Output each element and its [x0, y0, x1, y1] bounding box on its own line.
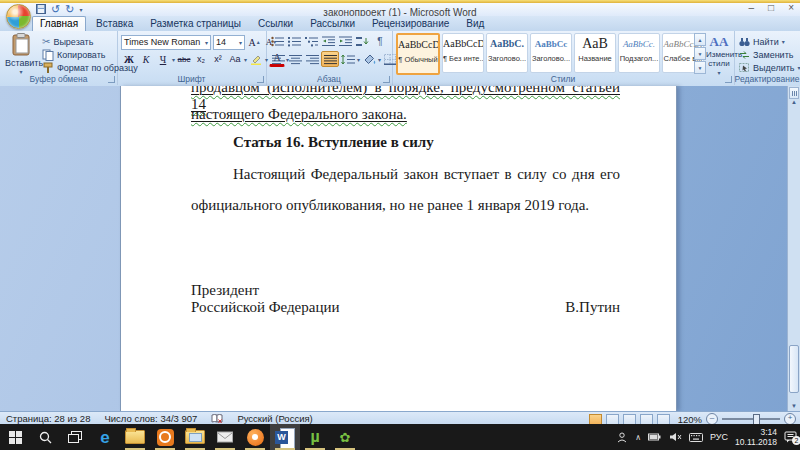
- line-spacing-icon[interactable]: [340, 52, 356, 66]
- scroll-up-icon[interactable]: ▲: [788, 99, 800, 105]
- font-name-combo[interactable]: Times New Roman▾: [121, 35, 211, 50]
- document-page[interactable]: продавцом (исполнителем) в порядке, пред…: [120, 86, 677, 411]
- zoom-level[interactable]: 120%: [678, 414, 702, 425]
- taskbar-word-active[interactable]: W: [270, 424, 300, 450]
- shading-icon[interactable]: [361, 52, 377, 66]
- align-center-icon[interactable]: [287, 52, 303, 66]
- font-dialog-launcher[interactable]: [257, 76, 264, 83]
- language-indicator[interactable]: Русский (Россия): [237, 413, 312, 424]
- orange-ball-icon: [247, 429, 264, 446]
- select-button[interactable]: Выделить▾: [739, 61, 800, 74]
- undo-icon[interactable]: ↺: [51, 4, 60, 14]
- styles-scroll-up-icon[interactable]: ▲: [694, 33, 706, 46]
- subscript-button[interactable]: x₂: [193, 51, 209, 67]
- replace-button[interactable]: Заменить: [739, 48, 800, 61]
- bullets-icon[interactable]: [270, 34, 286, 48]
- tab-page-layout[interactable]: Разметка страницы: [143, 16, 248, 31]
- superscript-button[interactable]: x²: [210, 51, 226, 67]
- office-button[interactable]: [6, 4, 31, 29]
- touch-keyboard-icon[interactable]: [689, 433, 703, 442]
- word-count[interactable]: Число слов: 34/3 907: [104, 413, 197, 424]
- view-print-layout-button[interactable]: [589, 414, 602, 425]
- styles-dialog-launcher[interactable]: [725, 76, 732, 83]
- decrease-indent-icon[interactable]: [321, 34, 337, 48]
- tab-view[interactable]: Вид: [459, 16, 491, 31]
- zoom-slider[interactable]: [722, 418, 780, 420]
- font-group-label: Шрифт: [117, 74, 266, 84]
- ruler-toggle-button[interactable]: [789, 87, 799, 99]
- scrollbar-thumb[interactable]: [789, 345, 799, 393]
- qat-dropdown-icon[interactable]: ▾: [79, 6, 82, 13]
- taskbar-icq[interactable]: ✿: [330, 424, 360, 450]
- taskbar-mail[interactable]: [210, 424, 240, 450]
- pilcrow-icon[interactable]: ¶: [372, 34, 388, 48]
- tab-mailings[interactable]: Рассылки: [303, 16, 362, 31]
- people-icon[interactable]: [616, 432, 628, 443]
- style-no-spacing[interactable]: AaBbCcDc ¶ Без инте...: [442, 33, 484, 73]
- shading-dropdown-icon[interactable]: ▾: [378, 56, 381, 63]
- taskbar-edge[interactable]: e: [90, 424, 120, 450]
- tab-references[interactable]: Ссылки: [251, 16, 300, 31]
- clipboard-dialog-launcher[interactable]: [108, 76, 115, 83]
- vertical-scrollbar[interactable]: ▲ ▼: [787, 86, 800, 411]
- start-button[interactable]: [0, 424, 30, 450]
- tab-home[interactable]: Главная: [32, 16, 86, 31]
- underline-button[interactable]: Ч: [155, 51, 171, 67]
- increase-indent-icon[interactable]: [338, 34, 354, 48]
- minimize-button[interactable]: –: [749, 3, 755, 13]
- justify-icon[interactable]: [321, 51, 339, 67]
- style-subtitle[interactable]: AaBbCc. Подзагол...: [618, 33, 660, 73]
- underline-dropdown-icon[interactable]: ▾: [172, 56, 175, 63]
- view-outline-button[interactable]: [640, 414, 653, 425]
- style-heading2[interactable]: AaBbCc Заголово...: [530, 33, 572, 73]
- taskbar-app-ball[interactable]: [240, 424, 270, 450]
- strikethrough-button[interactable]: abc: [176, 51, 192, 67]
- tab-review[interactable]: Рецензирование: [365, 16, 456, 31]
- proofing-error-icon[interactable]: [211, 414, 223, 424]
- scroll-down-icon[interactable]: ▼: [788, 403, 800, 409]
- save-icon[interactable]: [36, 4, 46, 14]
- page-indicator[interactable]: Страница: 28 из 28: [6, 413, 90, 424]
- maximize-button[interactable]: □: [768, 3, 774, 13]
- italic-button[interactable]: К: [138, 51, 154, 67]
- paste-button[interactable]: Вставить ▾: [5, 33, 37, 75]
- hidden-icons-chevron[interactable]: ∧: [635, 433, 641, 442]
- taskbar-documents-folder[interactable]: [180, 424, 210, 450]
- styles-gallery-more-icon[interactable]: ▼: [694, 61, 706, 74]
- align-right-icon[interactable]: [304, 52, 320, 66]
- taskbar-utorrent[interactable]: µ: [300, 424, 330, 450]
- paragraph-dialog-launcher[interactable]: [383, 76, 390, 83]
- grow-font-button[interactable]: А▲: [247, 34, 262, 50]
- sort-icon[interactable]: [355, 34, 371, 48]
- taskbar-search-button[interactable]: [30, 424, 60, 450]
- bold-button[interactable]: Ж: [121, 51, 137, 67]
- find-button[interactable]: Найти▾: [739, 35, 800, 48]
- multilevel-list-icon[interactable]: [304, 34, 320, 48]
- view-web-layout-button[interactable]: [623, 414, 636, 425]
- close-button[interactable]: ×: [788, 3, 794, 13]
- align-left-icon[interactable]: [270, 52, 286, 66]
- task-view-button[interactable]: [60, 424, 90, 450]
- change-case-dropdown-icon[interactable]: ▾: [244, 56, 247, 63]
- numbering-icon[interactable]: [287, 34, 303, 48]
- highlight-button[interactable]: [248, 51, 264, 67]
- action-center-button[interactable]: 2: [784, 431, 797, 443]
- taskbar-file-explorer[interactable]: [120, 424, 150, 450]
- battery-icon[interactable]: [648, 433, 662, 441]
- change-styles-button[interactable]: АА Изменить стили ▾: [706, 34, 732, 78]
- taskbar-app-orange[interactable]: [150, 424, 180, 450]
- volume-muted-icon[interactable]: [669, 432, 682, 442]
- style-heading1[interactable]: AaBbC. Заголово...: [486, 33, 528, 73]
- style-title[interactable]: АаВ Название: [574, 33, 616, 73]
- clock[interactable]: 3:14 10.11.2018: [735, 427, 777, 447]
- line-spacing-dropdown-icon[interactable]: ▾: [357, 56, 360, 63]
- style-normal[interactable]: AaBbCcDc ¶ Обычный: [396, 33, 440, 75]
- language-tray-indicator[interactable]: РУС: [710, 432, 728, 442]
- font-size-combo[interactable]: 14▾: [213, 35, 245, 50]
- styles-scroll-down-icon[interactable]: ▼: [694, 47, 706, 60]
- change-case-button[interactable]: Аа: [227, 51, 243, 67]
- tab-insert[interactable]: Вставка: [89, 16, 140, 31]
- view-fullscreen-button[interactable]: [606, 414, 619, 425]
- view-draft-button[interactable]: [657, 414, 670, 425]
- redo-icon[interactable]: ↻: [65, 4, 74, 14]
